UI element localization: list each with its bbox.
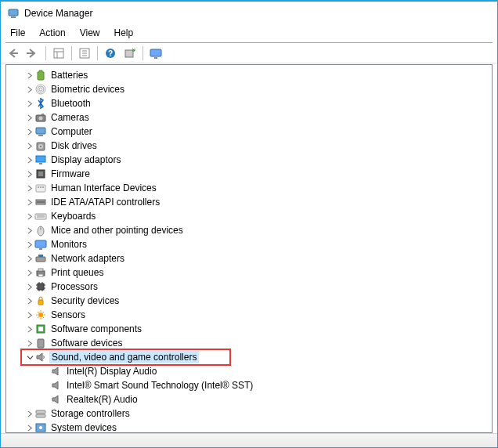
tree-item-label: Human Interface Devices (49, 182, 158, 194)
expand-icon[interactable] (25, 423, 34, 432)
device-manager-view-button[interactable] (146, 45, 165, 62)
swdev-icon (34, 337, 47, 349)
tree-item[interactable]: Intel(R) Display Audio (6, 364, 492, 378)
tree-item[interactable]: Batteries (6, 68, 492, 82)
sensor-icon (34, 309, 47, 321)
tree-item[interactable]: Network adapters (6, 251, 492, 266)
expand-icon[interactable] (25, 183, 34, 193)
tree-item[interactable]: Disk drives (6, 139, 492, 153)
tree-item-label: Computer (49, 125, 94, 138)
divider (71, 46, 72, 60)
tree-item[interactable]: Display adaptors (6, 153, 492, 167)
tree-item-label: System devices (49, 421, 118, 432)
tree-item[interactable]: Realtek(R) Audio (6, 392, 492, 406)
expand-icon[interactable] (25, 70, 34, 80)
tree-item-label: Processors (49, 280, 99, 293)
battery-icon (34, 69, 47, 81)
hid-icon (34, 182, 47, 194)
expand-icon[interactable] (25, 197, 34, 207)
tree-item[interactable]: Security devices (6, 294, 492, 308)
tree-item[interactable]: Sensors (6, 308, 492, 322)
expand-icon[interactable] (25, 85, 34, 94)
show-hide-console-button[interactable] (49, 45, 68, 62)
tree-item[interactable]: Firmware (6, 167, 492, 181)
tree-item-label: Display adaptors (49, 154, 122, 166)
speaker-icon (50, 393, 63, 406)
expand-icon[interactable] (25, 127, 34, 136)
expand-icon[interactable] (41, 381, 50, 390)
tree-item-label: Batteries (49, 69, 89, 81)
tree-item[interactable]: Storage controllers (6, 406, 492, 421)
tree-item[interactable]: Print queues (6, 266, 492, 280)
tree-item[interactable]: Human Interface Devices (6, 181, 492, 195)
tree-item-label: Biometric devices (49, 83, 126, 96)
expand-icon[interactable] (41, 395, 50, 404)
expand-icon[interactable] (25, 155, 34, 164)
tree-item[interactable]: Sound, video and game controllers (6, 350, 492, 364)
menu-help[interactable]: Help (108, 26, 140, 40)
menu-file[interactable]: File (4, 26, 31, 40)
help-button[interactable] (101, 45, 120, 62)
expand-icon[interactable] (25, 169, 34, 179)
tree-item-label: IDE ATA/ATAPI controllers (49, 196, 161, 208)
fingerprint-icon (34, 83, 47, 96)
tree-item[interactable]: Computer (6, 125, 492, 139)
tree-item-label: Intel(R) Display Audio (65, 365, 158, 378)
expand-icon[interactable] (25, 240, 34, 249)
monitor-icon (34, 238, 47, 251)
tree-item[interactable]: Keyboards (6, 209, 492, 223)
expand-icon[interactable] (41, 367, 50, 376)
tree-item[interactable]: Biometric devices (6, 82, 492, 96)
bluetooth-icon (34, 97, 47, 110)
app-icon (7, 7, 20, 20)
keyboard-icon (34, 210, 47, 222)
expand-icon[interactable] (25, 338, 34, 348)
tree-item[interactable]: Monitors (6, 237, 492, 251)
tree-item-label: Disk drives (49, 139, 99, 152)
tree-item-label: Software devices (49, 337, 124, 349)
expand-icon[interactable] (25, 296, 34, 305)
tree-item[interactable]: Bluetooth (6, 96, 492, 110)
network-icon (34, 252, 47, 265)
tree-item[interactable]: Cameras (6, 110, 492, 125)
device-tree[interactable]: BatteriesBiometric devicesBluetoothCamer… (6, 65, 492, 432)
expand-icon[interactable] (25, 99, 34, 108)
expand-icon[interactable] (25, 226, 34, 235)
properties-button[interactable] (75, 45, 94, 62)
tree-item[interactable]: Intel® Smart Sound Technology (Intel® SS… (6, 378, 492, 392)
tree-item-label: Security devices (49, 294, 121, 307)
cpu-icon (34, 280, 47, 293)
tree-item[interactable]: Software devices (6, 336, 492, 350)
tree-item[interactable]: System devices (6, 421, 492, 432)
tree-item-label: Network adapters (49, 252, 126, 265)
divider (97, 46, 98, 60)
expand-icon[interactable] (25, 268, 34, 277)
tree-item-label: Software components (49, 323, 143, 335)
tree-item-label: Realtek(R) Audio (65, 393, 139, 406)
menu-action[interactable]: Action (33, 26, 71, 40)
expand-icon[interactable] (25, 254, 34, 263)
tree-item[interactable]: Software components (6, 322, 492, 336)
toolbar (1, 43, 497, 63)
tree-item-label: Firmware (49, 168, 92, 180)
expand-icon[interactable] (25, 324, 34, 334)
disk-icon (34, 139, 47, 152)
menu-view[interactable]: View (74, 26, 106, 40)
expand-icon[interactable] (25, 409, 34, 418)
tree-item-label: Storage controllers (49, 407, 132, 420)
tree-item[interactable]: Processors (6, 280, 492, 294)
tree-item[interactable]: IDE ATA/ATAPI controllers (6, 195, 492, 209)
forward-button[interactable] (23, 45, 42, 62)
speaker-icon (50, 365, 63, 378)
expand-icon[interactable] (25, 282, 34, 291)
expand-icon[interactable] (25, 211, 34, 221)
tree-item-label: Monitors (49, 238, 88, 251)
collapse-icon[interactable] (25, 352, 34, 362)
back-button[interactable] (4, 45, 23, 62)
expand-icon[interactable] (25, 310, 34, 320)
expand-icon[interactable] (25, 113, 34, 122)
expand-icon[interactable] (25, 141, 34, 150)
tree-item[interactable]: Mice and other pointing devices (6, 223, 492, 237)
scan-hardware-button[interactable] (121, 45, 139, 62)
titlebar: Device Manager (1, 2, 497, 25)
